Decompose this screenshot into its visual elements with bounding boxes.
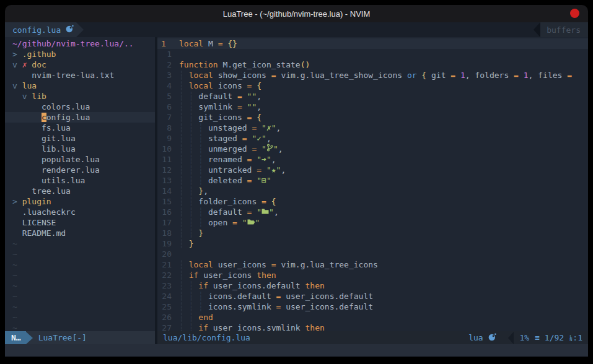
filetype-label: lua xyxy=(468,333,496,343)
editor-area: ~/github/nvim-tree.lua/..> .githubv ✗ do… xyxy=(5,37,588,331)
code-line[interactable]: 16┆ ┆ ┆ default = "", xyxy=(157,207,588,217)
line-number: 1 xyxy=(157,38,179,49)
buffers-arrow-separator xyxy=(534,22,540,37)
tree-row[interactable]: ~ xyxy=(5,323,155,331)
file-tree[interactable]: ~/github/nvim-tree.lua/..> .githubv ✗ do… xyxy=(5,37,155,331)
tree-row[interactable]: v ✗ doc xyxy=(5,59,155,70)
line-number: 6 xyxy=(157,102,179,112)
tree-row[interactable]: ~/github/nvim-tree.lua/.. xyxy=(5,38,155,49)
scroll-percent: 1% xyxy=(520,333,530,342)
tree-row[interactable]: ~ xyxy=(5,249,155,259)
tree-row[interactable]: ~ xyxy=(5,270,155,280)
line-number: 25 xyxy=(157,301,179,312)
code-line[interactable]: 27┆ ┆ if user_icons.symlink then xyxy=(157,323,588,331)
lua-moon-icon xyxy=(66,25,74,35)
line-number: 2 xyxy=(157,59,179,70)
file-path: lua/lib/config.lua xyxy=(163,333,250,342)
tree-row[interactable]: > plugin xyxy=(5,196,155,207)
code-line[interactable]: 26┆ ┆ end xyxy=(157,312,588,323)
code-line[interactable]: 8┆ ┆ ┆ unstaged = "✗", xyxy=(157,123,588,133)
tree-row[interactable]: > .github xyxy=(5,49,155,59)
tree-row[interactable]: lib.lua xyxy=(5,144,155,154)
line-number: 12 xyxy=(157,165,179,175)
line-number: 8 xyxy=(157,123,179,133)
command-line[interactable] xyxy=(5,344,588,357)
tree-row[interactable]: LICENSE xyxy=(5,217,155,228)
line-number: 4 xyxy=(157,80,179,91)
tree-row[interactable]: ~ xyxy=(5,280,155,291)
code-line[interactable]: 20 xyxy=(157,249,588,259)
window-titlebar[interactable]: LuaTree - (~/github/nvim-tree.lua) - NVI… xyxy=(5,5,588,22)
tree-row[interactable]: git.lua xyxy=(5,133,155,144)
code-line[interactable]: 15┆ ┆ folder_icons = { xyxy=(157,196,588,207)
code-line[interactable]: 3┆ local show_icons = vim.g.lua_tree_sho… xyxy=(157,70,588,80)
line-number: 9 xyxy=(157,133,179,144)
line-number: 18 xyxy=(157,228,179,238)
tree-row[interactable]: ~ xyxy=(5,301,155,312)
line-number: 24 xyxy=(157,291,179,301)
tree-row[interactable]: .luacheckrc xyxy=(5,207,155,217)
lines-icon: ≡ xyxy=(535,333,540,342)
code-line[interactable]: 14┆ ┆ }, xyxy=(157,186,588,196)
code-line[interactable]: 2function M.get_icon_state() xyxy=(157,59,588,70)
statusline-tree: N… LuaTree[-] xyxy=(5,331,155,344)
tabline-fill xyxy=(84,22,534,37)
code-line[interactable]: 25┆ ┆ ┆ icons.symlink = user_icons.defau… xyxy=(157,301,588,312)
tree-row[interactable]: tree.lua xyxy=(5,186,155,196)
code-line[interactable]: 7┆ ┆ git_icons = { xyxy=(157,112,588,123)
tree-row[interactable]: nvim-tree-lua.txt xyxy=(5,70,155,80)
code-line[interactable]: 5┆ ┆ default = "", xyxy=(157,91,588,102)
tree-row[interactable]: fs.lua xyxy=(5,123,155,133)
line-number: 23 xyxy=(157,280,179,291)
line-number: 21 xyxy=(157,259,179,270)
code-line[interactable]: 23┆ ┆ if user_icons.default then xyxy=(157,280,588,291)
code-line[interactable]: 17┆ ┆ ┆ open = "" xyxy=(157,217,588,228)
tree-row[interactable]: populate.lua xyxy=(5,154,155,165)
tree-row[interactable]: renderer.lua xyxy=(5,165,155,175)
line-number: 19 xyxy=(157,238,179,249)
line-number: 17 xyxy=(157,217,179,228)
code-line[interactable]: 24┆ ┆ ┆ icons.default = user_icons.defau… xyxy=(157,291,588,301)
code-line[interactable]: 13┆ ┆ ┆ deleted = "⊟" xyxy=(157,175,588,186)
block-cursor: c xyxy=(42,113,46,122)
line-number: 11 xyxy=(157,154,179,165)
tab-arrow-separator xyxy=(76,22,84,37)
tree-row[interactable]: ~ xyxy=(5,238,155,249)
code-line[interactable]: 4┆ local icons = { xyxy=(157,80,588,91)
line-number: 13 xyxy=(157,175,179,186)
nvim-terminal: config.lua buffers ~/github/nvim-tree.lu… xyxy=(5,22,588,357)
code-line[interactable]: 19┆ } xyxy=(157,238,588,249)
tree-row[interactable]: colors.lua xyxy=(5,102,155,112)
code-line[interactable]: 18┆ ┆ } xyxy=(157,228,588,238)
tree-row[interactable]: utils.lua xyxy=(5,175,155,186)
line-number: 1 xyxy=(157,49,179,59)
tabline: config.lua buffers xyxy=(5,22,588,37)
code-line[interactable]: 1 xyxy=(157,49,588,59)
buffers-label: buffers xyxy=(540,22,588,37)
close-button[interactable] xyxy=(570,9,579,18)
folder-open-icon xyxy=(247,217,255,228)
tree-row[interactable]: ~ xyxy=(5,312,155,323)
line-number: 10 xyxy=(157,144,179,154)
tree-row[interactable]: ~ xyxy=(5,291,155,301)
tab-config-lua[interactable]: config.lua xyxy=(5,22,76,37)
line-number: 7 xyxy=(157,112,179,123)
tree-row[interactable]: README.md xyxy=(5,228,155,238)
tree-row[interactable]: ~ xyxy=(5,259,155,270)
tree-row[interactable]: v lib xyxy=(5,91,155,102)
code-line[interactable]: 22┆ if user_icons then xyxy=(157,270,588,280)
code-line[interactable]: 12┆ ┆ ┆ untracked = "★", xyxy=(157,165,588,175)
line-number-icon: LN xyxy=(569,336,572,341)
tree-row[interactable]: v lua xyxy=(5,80,155,91)
code-line[interactable]: 21┆ local user_icons = vim.g.lua_tree_ic… xyxy=(157,259,588,270)
column-indicator: LN:1 xyxy=(569,333,582,342)
code-line[interactable]: 10┆ ┆ ┆ unmerged = "", xyxy=(157,144,588,154)
code-line[interactable]: 1local M = {} xyxy=(157,38,588,49)
code-line[interactable]: 11┆ ┆ ┆ renamed = "➜", xyxy=(157,154,588,165)
code-line[interactable]: 6┆ ┆ symlink = "", xyxy=(157,102,588,112)
code-editor[interactable]: 1local M = {}12function M.get_icon_state… xyxy=(157,37,588,331)
line-number: 20 xyxy=(157,249,179,259)
tree-row[interactable]: config.lua xyxy=(5,112,155,123)
code-line[interactable]: 9┆ ┆ ┆ staged = "✓", xyxy=(157,133,588,144)
line-number: 5 xyxy=(157,91,179,102)
